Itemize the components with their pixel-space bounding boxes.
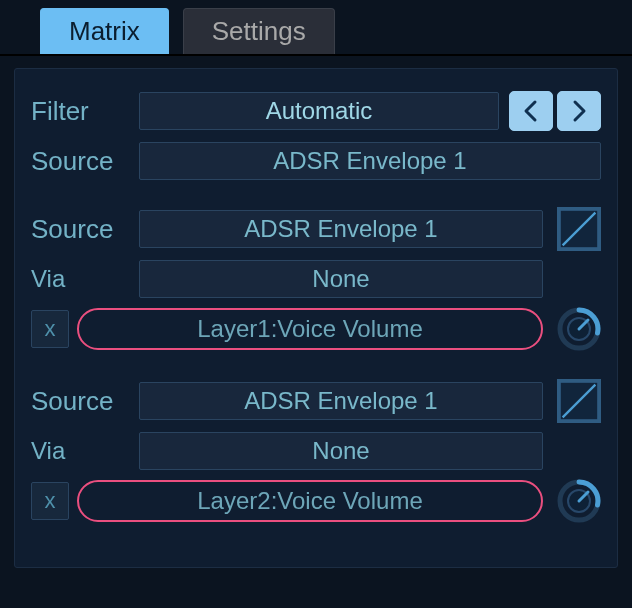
tab-settings-label: Settings	[212, 16, 306, 47]
slot2-amount-knob[interactable]	[557, 479, 601, 523]
filter-label: Filter	[31, 96, 139, 127]
chevron-left-icon	[521, 99, 541, 123]
slot1-source-dropdown[interactable]: ADSR Envelope 1	[139, 210, 543, 248]
filter-dropdown[interactable]: Automatic	[139, 92, 499, 130]
global-source-label: Source	[31, 146, 139, 177]
filter-row: Filter Automatic	[31, 89, 601, 133]
chevron-right-icon	[569, 99, 589, 123]
slot1-dest-row: x Layer1:Voice Volume	[31, 307, 601, 351]
close-icon: x	[45, 488, 56, 514]
mod-slot-2: Source ADSR Envelope 1 Via None	[31, 379, 601, 523]
global-source-row: Source ADSR Envelope 1	[31, 139, 601, 183]
knob-icon	[557, 307, 601, 351]
slot2-dest-row: x Layer2:Voice Volume	[31, 479, 601, 523]
slot1-amount-knob[interactable]	[557, 307, 601, 351]
global-source-dropdown[interactable]: ADSR Envelope 1	[139, 142, 601, 180]
slot1-delete-button[interactable]: x	[31, 310, 69, 348]
slot2-destination-value: Layer2:Voice Volume	[197, 487, 422, 515]
filter-nav-arrows	[509, 91, 601, 131]
slot2-via-row: Via None	[31, 429, 601, 473]
slot2-curve-button[interactable]	[557, 379, 601, 423]
slot1-destination[interactable]: Layer1:Voice Volume	[77, 308, 543, 350]
modulation-panel: Matrix Settings Filter Automatic	[0, 0, 632, 608]
slot2-source-dropdown[interactable]: ADSR Envelope 1	[139, 382, 543, 420]
filter-value: Automatic	[266, 97, 373, 125]
slot1-via-label: Via	[31, 265, 139, 293]
slot2-via-dropdown[interactable]: None	[139, 432, 543, 470]
slot2-via-label: Via	[31, 437, 139, 465]
tab-matrix[interactable]: Matrix	[40, 8, 169, 54]
slot1-curve-button[interactable]	[557, 207, 601, 251]
slot1-via-value: None	[312, 265, 369, 293]
slot2-destination[interactable]: Layer2:Voice Volume	[77, 480, 543, 522]
filter-prev-button[interactable]	[509, 91, 553, 131]
slot1-source-label: Source	[31, 214, 139, 245]
slot1-via-dropdown[interactable]: None	[139, 260, 543, 298]
global-source-value: ADSR Envelope 1	[273, 147, 466, 175]
slot2-source-label: Source	[31, 386, 139, 417]
slot1-side-spacer	[557, 257, 601, 301]
knob-icon	[557, 479, 601, 523]
tab-matrix-label: Matrix	[69, 16, 140, 47]
slot2-delete-button[interactable]: x	[31, 482, 69, 520]
close-icon: x	[45, 316, 56, 342]
slot2-side-spacer	[557, 429, 601, 473]
slot1-source-row: Source ADSR Envelope 1	[31, 207, 601, 251]
curve-icon	[557, 379, 601, 423]
slot2-source-row: Source ADSR Envelope 1	[31, 379, 601, 423]
slot1-destination-value: Layer1:Voice Volume	[197, 315, 422, 343]
filter-next-button[interactable]	[557, 91, 601, 131]
slot2-via-value: None	[312, 437, 369, 465]
matrix-panel: Filter Automatic Source	[14, 68, 618, 568]
tab-settings[interactable]: Settings	[183, 8, 335, 54]
tab-bar: Matrix Settings	[0, 0, 632, 56]
curve-icon	[557, 207, 601, 251]
mod-slot-1: Source ADSR Envelope 1 Via None	[31, 207, 601, 351]
spacer	[31, 189, 601, 207]
slot2-source-value: ADSR Envelope 1	[244, 387, 437, 415]
slot1-via-row: Via None	[31, 257, 601, 301]
slot1-source-value: ADSR Envelope 1	[244, 215, 437, 243]
